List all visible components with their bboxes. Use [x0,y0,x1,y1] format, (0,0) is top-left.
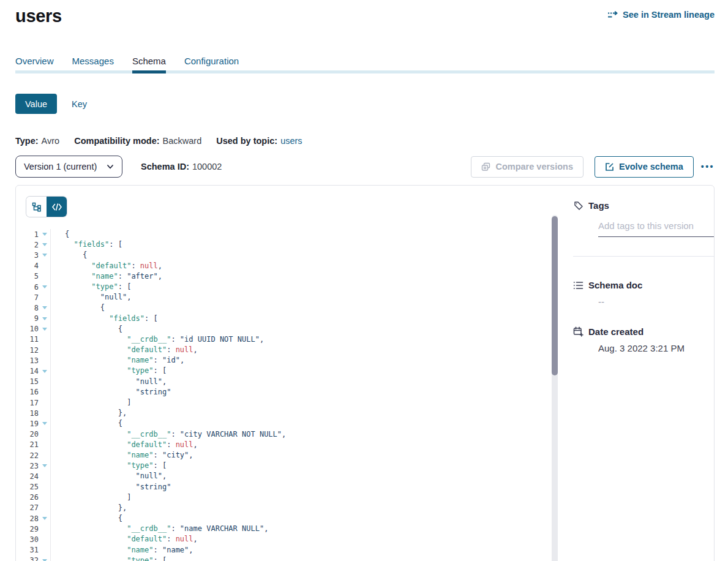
code-text: "__crdb__": "city VARCHAR NOT NULL", [51,429,286,440]
tab-overview[interactable]: Overview [15,56,54,73]
code-line: 23 "type": [ [16,461,562,471]
fold-toggle-icon[interactable] [39,254,50,257]
code-line: 11 "__crdb__": "id UUID NOT NULL", [16,334,562,345]
code-text: "name": "after", [51,271,162,282]
code-text: "fields": [ [51,314,158,324]
page: users See in Stream lineage OverviewMess… [15,0,715,561]
gutter-cell: 17 [16,397,51,408]
code-text: { [51,324,122,334]
tree-view-icon [32,202,42,212]
code-text: "name": "city", [51,450,193,461]
tags-section-heading: Tags [573,200,715,211]
code-line: 5 "name": "after", [16,271,562,282]
code-line: 28 { [16,513,562,524]
add-tags-input[interactable] [598,220,715,237]
code-line: 32 "type": [ [16,555,562,561]
fold-toggle-icon[interactable] [39,285,50,288]
chevron-down-icon [107,163,114,170]
code-line: 2 "fields": [ [16,239,562,250]
tab-configuration[interactable]: Configuration [184,56,239,73]
gutter-cell: 14 [16,366,51,376]
fold-toggle-icon[interactable] [39,317,50,320]
schema-doc-section-heading: Schema doc [573,280,715,290]
code-line: 31 "name": "name", [16,545,562,555]
gutter-cell: 8 [16,303,51,313]
version-select[interactable]: Version 1 (current) [15,156,122,178]
code-line: 10 { [16,324,562,334]
gutter-cell: 23 [16,461,51,471]
topic-link[interactable]: users [280,136,302,146]
line-number: 4 [16,262,39,270]
code-line: 7 "null", [16,292,562,303]
fold-toggle-icon[interactable] [39,306,50,309]
value-tab-button[interactable]: Value [15,94,57,114]
compare-versions-button[interactable]: Compare versions [471,156,584,178]
code-text: "string" [51,482,171,492]
line-number: 7 [16,293,39,302]
code-line: 22 "name": "city", [16,450,562,461]
gutter-cell: 30 [16,534,51,544]
schema-meta-row: Type:Avro Compatibility mode:Backward Us… [15,136,715,146]
gutter-cell: 2 [16,239,51,250]
code-line: 18 }, [16,408,562,418]
line-number: 26 [16,493,39,502]
key-tab-button[interactable]: Key [72,99,87,109]
gutter-cell: 6 [16,282,51,292]
sidebar-divider [573,256,715,257]
code-text: "string" [51,387,171,397]
code-text: }, [51,503,127,513]
tree-view-button[interactable] [26,197,47,217]
line-number: 9 [16,314,39,323]
gutter-cell: 3 [16,250,51,260]
line-number: 10 [16,325,39,333]
more-actions-button[interactable]: ••• [701,162,715,171]
fold-toggle-icon[interactable] [39,517,50,520]
fold-toggle-icon[interactable] [39,233,50,236]
code-line: 21 "default": null, [16,440,562,450]
stream-lineage-link[interactable]: See in Stream lineage [607,10,715,20]
evolve-schema-icon [605,162,614,171]
code-text: { [51,513,122,524]
gutter-cell: 32 [16,555,51,561]
gutter-cell: 26 [16,492,51,503]
gutter-cell: 25 [16,482,51,492]
line-number: 13 [16,356,39,365]
editor-scrollbar-thumb[interactable] [552,216,558,375]
gutter-cell: 29 [16,524,51,534]
fold-toggle-icon[interactable] [39,422,50,425]
line-number: 3 [16,251,39,260]
line-number: 14 [16,367,39,375]
fold-toggle-icon[interactable] [39,370,50,373]
code-line: 16 "string" [16,387,562,397]
gutter-cell: 24 [16,471,51,481]
compatibility-mode-value: Backward [163,136,202,146]
gutter-cell: 13 [16,355,51,366]
code-text: "name": "name", [51,545,193,555]
schema-doc-value: -- [598,296,715,307]
code-text: }, [51,408,127,418]
code-text: ] [51,492,131,503]
tag-icon [573,201,584,211]
schema-doc-heading-label: Schema doc [588,280,642,290]
tab-messages[interactable]: Messages [72,56,114,73]
tab-schema[interactable]: Schema [132,56,166,73]
compatibility-mode-label: Compatibility mode: [74,136,159,146]
editor-scrollbar[interactable] [552,215,558,561]
fold-toggle-icon[interactable] [39,243,50,246]
key-value-toggle: Value Key [15,94,715,114]
schema-code-editor[interactable]: 1{2 "fields": [3 {4 "default": null,5 "n… [16,229,562,561]
code-text: "type": [ [51,282,131,292]
list-icon [573,281,584,290]
stream-lineage-icon [607,10,618,19]
code-view-button[interactable] [47,197,67,217]
evolve-schema-button[interactable]: Evolve schema [595,156,694,178]
line-number: 32 [16,556,39,561]
fold-toggle-icon[interactable] [39,464,50,467]
line-number: 22 [16,451,39,460]
fold-toggle-icon[interactable] [39,328,50,331]
line-number: 31 [16,546,39,554]
code-line: 25 "string" [16,482,562,492]
code-line: 3 { [16,250,562,260]
line-number: 24 [16,472,39,481]
code-line: 19 { [16,418,562,429]
